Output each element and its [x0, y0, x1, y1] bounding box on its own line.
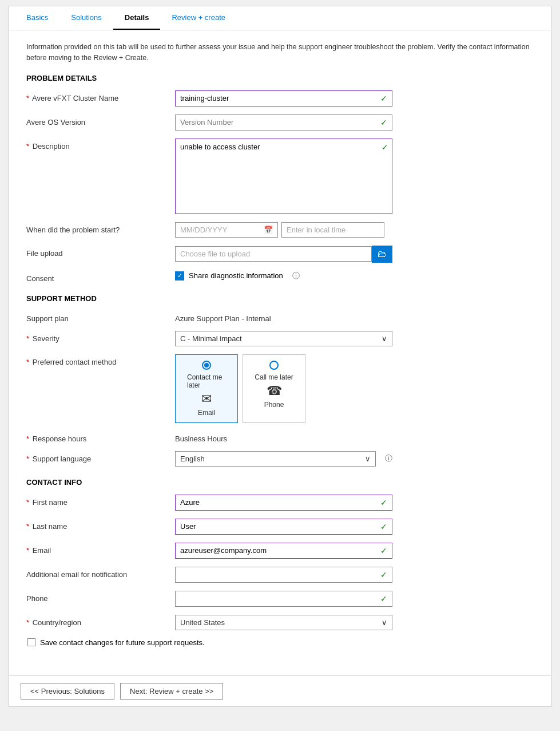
first-name-label: First name [33, 498, 67, 507]
required-star-sev: * [26, 334, 29, 343]
contact-option-phone[interactable]: Call me later ☎ Phone [243, 354, 305, 423]
phone-input[interactable] [180, 594, 380, 603]
section-contact-info: CONTACT INFO [26, 478, 534, 487]
contact-email-label: Contact me later [187, 373, 226, 389]
field-support-plan: Support plan Azure Support Plan - Intern… [26, 311, 534, 323]
check-icon-ln: ✓ [380, 522, 387, 531]
tab-details[interactable]: Details [113, 6, 161, 30]
check-icon-phone: ✓ [380, 594, 387, 603]
required-star-ln: * [26, 522, 29, 531]
support-plan-label: Support plan [26, 314, 69, 323]
email-icon: ✉ [201, 392, 212, 406]
main-content: Information provided on this tab will be… [9, 30, 551, 675]
language-chevron-icon: ∨ [365, 455, 371, 463]
required-star-contact: * [26, 358, 29, 366]
check-icon-os: ✓ [380, 118, 387, 127]
prev-button[interactable]: << Previous: Solutions [21, 683, 114, 700]
response-hours-value: Business Hours [175, 431, 392, 443]
additional-email-label: Additional email for notification [26, 570, 127, 579]
email-input[interactable] [180, 546, 380, 555]
file-placeholder-text: Choose file to upload [180, 250, 250, 258]
os-version-input[interactable] [180, 118, 380, 127]
description-label: Description [33, 142, 70, 151]
calendar-icon[interactable]: 📅 [264, 226, 273, 234]
file-input-placeholder[interactable]: Choose file to upload [175, 246, 372, 262]
contact-option-email[interactable]: Contact me later ✉ Email [175, 354, 238, 423]
save-contact-row: Save contact changes for future support … [26, 638, 534, 647]
severity-select-wrap[interactable]: C - Minimal impact ∨ [175, 331, 392, 346]
date-time-row: MM/DD/YYYY 📅 Enter in local time [175, 222, 392, 238]
tab-review[interactable]: Review + create [160, 6, 237, 30]
language-row: English ∨ ⓘ [175, 451, 392, 467]
description-input-wrap: unable to access cluster ✓ [175, 139, 392, 214]
support-language-label: Support language [33, 455, 92, 463]
section-support-method: SUPPORT METHOD [26, 294, 534, 303]
last-name-label: Last name [33, 522, 67, 531]
required-star-desc: * [26, 142, 29, 151]
field-description: * Description unable to access cluster ✓ [26, 139, 534, 214]
check-icon-addemail: ✓ [380, 570, 387, 579]
tab-bar: Basics Solutions Details Review + create [9, 6, 551, 30]
field-phone: Phone ✓ [26, 591, 534, 607]
consent-text: Share diagnostic information [189, 271, 283, 280]
file-upload-button[interactable]: 🗁 [372, 246, 392, 263]
contact-method-options: Contact me later ✉ Email Call me later ☎… [175, 354, 392, 423]
phone-icon: ☎ [267, 384, 282, 398]
intro-text: Information provided on this tab will be… [26, 42, 534, 64]
consent-row: Share diagnostic information ⓘ [175, 271, 392, 281]
required-star-country: * [26, 618, 29, 627]
required-star: * [26, 94, 29, 102]
first-name-input[interactable] [180, 498, 380, 507]
radio-phone[interactable] [269, 361, 279, 370]
required-star-email: * [26, 546, 29, 555]
country-select-wrap[interactable]: United States ∨ [175, 615, 392, 630]
tab-solutions[interactable]: Solutions [59, 6, 113, 30]
date-input[interactable]: MM/DD/YYYY 📅 [175, 222, 278, 238]
severity-value: C - Minimal impact [180, 334, 242, 343]
last-name-input-wrap: ✓ [175, 519, 392, 535]
field-response-hours: * Response hours Business Hours [26, 431, 534, 443]
consent-info-icon[interactable]: ⓘ [292, 271, 300, 281]
radio-email[interactable] [202, 361, 211, 370]
consent-checkbox[interactable] [175, 271, 184, 280]
description-textarea[interactable]: unable to access cluster [176, 139, 382, 214]
save-contact-label: Save contact changes for future support … [40, 638, 205, 647]
cluster-name-input-wrap: ✓ [175, 90, 392, 106]
first-name-input-wrap: ✓ [175, 495, 392, 511]
language-value: English [180, 455, 205, 463]
consent-label: Consent [26, 274, 54, 283]
check-icon-cluster: ✓ [380, 94, 387, 103]
field-country: * Country/region United States ∨ [26, 615, 534, 630]
additional-email-input[interactable] [180, 570, 380, 579]
save-contact-checkbox[interactable] [27, 638, 35, 646]
field-contact-method: * Preferred contact method Contact me la… [26, 354, 534, 423]
tab-basics[interactable]: Basics [15, 6, 59, 30]
phone-label: Phone [26, 594, 48, 603]
field-severity: * Severity C - Minimal impact ∨ [26, 331, 534, 346]
field-consent: Consent Share diagnostic information ⓘ [26, 271, 534, 283]
cluster-name-input[interactable] [180, 94, 380, 102]
section-problem-details: PROBLEM DETAILS [26, 74, 534, 82]
time-input[interactable]: Enter in local time [281, 222, 384, 238]
country-value: United States [180, 618, 225, 627]
check-icon-email: ✓ [380, 546, 387, 555]
contact-phone-label: Call me later [255, 373, 293, 381]
time-placeholder: Enter in local time [287, 226, 345, 234]
contact-method-label: Preferred contact method [33, 358, 117, 366]
severity-chevron-icon: ∨ [382, 334, 387, 343]
contact-phone-sub: Phone [264, 401, 284, 409]
field-first-name: * First name ✓ [26, 495, 534, 511]
check-icon-desc: ✓ [382, 143, 388, 152]
phone-input-wrap: ✓ [175, 591, 392, 607]
language-info-icon[interactable]: ⓘ [385, 453, 392, 464]
severity-label: Severity [33, 334, 59, 343]
email-label: Email [33, 546, 51, 555]
last-name-input[interactable] [180, 522, 380, 531]
problem-start-label: When did the problem start? [26, 226, 120, 234]
language-select-wrap[interactable]: English ∨ [175, 451, 376, 467]
next-button[interactable]: Next: Review + create >> [120, 683, 223, 700]
footer-bar: << Previous: Solutions Next: Review + cr… [9, 675, 551, 706]
contact-email-sub: Email [198, 409, 215, 417]
additional-email-input-wrap: ✓ [175, 567, 392, 583]
country-chevron-icon: ∨ [382, 618, 387, 627]
